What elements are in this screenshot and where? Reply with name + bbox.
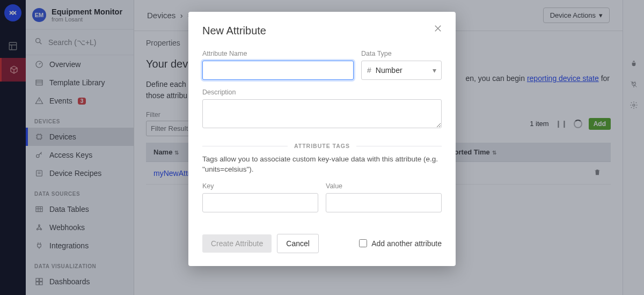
add-another-checkbox[interactable]: Add another attribute (359, 239, 442, 248)
tag-value-input[interactable] (326, 193, 442, 212)
create-attribute-button[interactable]: Create Attribute (202, 234, 272, 253)
tags-help-text: Tags allow you to associate custom key-v… (202, 154, 442, 175)
new-attribute-modal: New Attribute Attribute Name Data Type #… (188, 12, 456, 266)
close-icon[interactable] (433, 24, 444, 34)
description-input[interactable] (202, 99, 442, 128)
attr-name-input[interactable] (202, 61, 354, 80)
data-type-label: Data Type (361, 50, 442, 57)
hash-icon: # (367, 66, 371, 75)
attribute-tags-header: ATTRIBUTE TAGS (202, 143, 442, 149)
modal-title: New Attribute (202, 25, 442, 37)
attr-name-label: Attribute Name (202, 50, 354, 57)
data-type-select[interactable]: # Number (361, 61, 442, 80)
description-label: Description (202, 88, 442, 96)
cancel-button[interactable]: Cancel (277, 234, 319, 253)
add-another-input[interactable] (359, 239, 367, 247)
tag-value-label: Value (326, 182, 442, 190)
tag-key-label: Key (202, 182, 318, 190)
modal-overlay: New Attribute Attribute Name Data Type #… (0, 0, 644, 295)
tag-key-input[interactable] (202, 193, 318, 212)
